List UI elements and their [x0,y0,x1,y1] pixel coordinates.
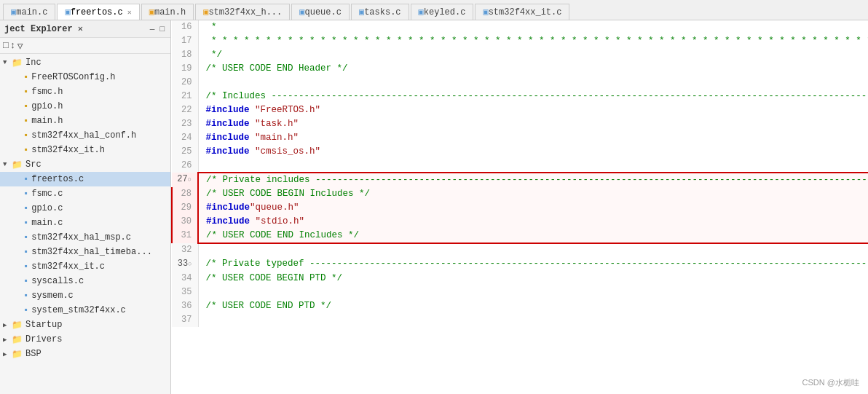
code-content: /* Includes ----------------------------… [198,90,868,103]
tree-item-stm32-hal-timeba[interactable]: ▪ stm32f4xx_hal_timeba... [0,245,170,259]
arrow-drivers: ▶ [3,336,12,344]
code-content [198,76,868,90]
file-icon-stm32-it-c: ▪ [23,261,28,272]
line-number: 32 [172,243,198,257]
sidebar-header: ject Explorer ✕ — □ [0,20,170,38]
line-number: 16 [172,20,198,34]
tree-item-inc[interactable]: ▼ 📁 Inc [0,55,170,70]
sidebar-toolbar: □ ↕ ▽ [0,38,170,54]
file-icon-stm32-hal-conf: ▪ [23,130,28,141]
line-number: 17 [172,34,198,48]
table-row: 16 * [172,20,868,34]
tree-item-gpio-h[interactable]: ▪ gpio.h [0,99,170,114]
sidebar-tree: ▼ 📁 Inc ▪ FreeRTOSConfig.h ▪ fsmc.h ▪ [0,54,170,394]
tab-keyled-c[interactable]: ▣ keyled.c [411,4,474,20]
file-icon-system-stm32: ▪ [23,305,28,315]
table-row: 35 [172,285,868,299]
sidebar-header-icons: — □ [149,24,166,34]
code-table: 16 * 17 * * * * * * * * * * * * * * * * … [171,20,868,327]
table-row: 31 /* USER CODE END Includes */ [172,229,868,243]
tree-label-gpio-h: gpio.h [31,101,63,111]
table-row: 22 #include "FreeRTOS.h" [172,103,868,117]
file-icon-h2: ▣ [203,7,208,17]
file-icon-fsmc-c: ▪ [23,189,28,199]
toolbar-icon-1[interactable]: □ [3,40,9,51]
code-editor[interactable]: 16 * 17 * * * * * * * * * * * * * * * * … [171,20,868,394]
line-number: 27○ [172,173,198,187]
tree-item-sysmem[interactable]: ▪ sysmem.c [0,288,170,303]
code-content: /* USER CODE BEGIN Includes */ [198,187,868,201]
tree-item-system-stm32[interactable]: ▪ system_stm32f4xx.c [0,303,170,318]
code-content: /* USER CODE END PTD */ [198,299,868,313]
tree-item-freertosconfig[interactable]: ▪ FreeRTOSConfig.h [0,70,170,84]
code-content: /* Private typedef ---------------------… [198,257,868,272]
tab-close-icon[interactable]: ✕ [127,8,132,17]
code-content [198,159,868,173]
arrow-bsp: ▶ [3,350,12,358]
tree-item-stm32-it-c[interactable]: ▪ stm32f4xx_it.c [0,259,170,274]
table-row: 28 /* USER CODE BEGIN Includes */ [172,187,868,201]
code-content [198,243,868,257]
line-number: 30 [172,215,198,229]
tree-item-drivers[interactable]: ▶ 📁 Drivers [0,332,170,347]
code-content: */ [198,48,868,62]
line-number: 23 [172,117,198,131]
file-icon-main-c: ▪ [23,218,28,228]
tree-label-bsp: BSP [25,349,42,359]
line-number: 35 [172,285,198,299]
table-row: 18 */ [172,48,868,62]
tab-tasks-c[interactable]: ▣ tasks.c [351,4,409,20]
tree-label-main-h: main.h [31,116,63,126]
code-content: /* USER CODE BEGIN PTD */ [198,272,868,285]
tree-label-src: Src [25,159,42,170]
file-icon-stm32-it-h: ▪ [23,145,28,155]
tree-item-fsmc-h[interactable]: ▪ fsmc.h [0,84,170,99]
tree-item-syscalls[interactable]: ▪ syscalls.c [0,274,170,288]
tree-label-gpio-c: gpio.c [31,203,63,213]
tree-item-bsp[interactable]: ▶ 📁 BSP [0,347,170,361]
tree-item-stm32-hal-msp[interactable]: ▪ stm32f4xx_hal_msp.c [0,230,170,245]
tab-main-c[interactable]: ▣ main.c [3,4,55,20]
tree-item-startup[interactable]: ▶ 📁 Startup [0,318,170,332]
tree-label-stm32-hal-msp: stm32f4xx_hal_msp.c [31,232,131,243]
table-row: 23 #include "task.h" [172,117,868,131]
tree-label-main-c: main.c [31,218,63,228]
tab-stm32f4xx-it-c[interactable]: ▣ stm32f4xx_it.c [475,4,569,20]
sidebar: ject Explorer ✕ — □ □ ↕ ▽ ▼ 📁 Inc ▪ Free… [0,20,171,394]
tree-item-freertos-c[interactable]: ▪ freertos.c [0,172,170,186]
arrow-startup: ▶ [3,321,12,329]
folder-icon-drivers: 📁 [12,334,23,345]
tree-item-stm32-hal-conf[interactable]: ▪ stm32f4xx_hal_conf.h [0,128,170,143]
tree-item-main-h[interactable]: ▪ main.h [0,114,170,128]
table-row: 17 * * * * * * * * * * * * * * * * * * *… [172,34,868,48]
line-number: 29 [172,201,198,215]
code-content: * [198,20,868,34]
tab-stm32f4xx-h[interactable]: ▣ stm32f4xx_h... [195,4,290,20]
restore-icon[interactable]: □ [158,24,166,34]
line-number: 19 [172,62,198,76]
table-row: 21 /* Includes -------------------------… [172,90,868,103]
toolbar-icon-2[interactable]: ↕ [10,40,16,51]
tree-item-fsmc-c[interactable]: ▪ fsmc.c [0,186,170,201]
table-row: 37 [172,313,868,327]
tab-freertos-c[interactable]: ▣ freertos.c ✕ [57,4,139,20]
code-content: #include "FreeRTOS.h" [198,103,868,117]
tab-main-h[interactable]: ▣ main.h [141,4,194,20]
tree-label-stm32-hal-conf: stm32f4xx_hal_conf.h [31,130,136,141]
tree-item-gpio-c[interactable]: ▪ gpio.c [0,201,170,216]
tree-item-src[interactable]: ▼ 📁 Src [0,157,170,172]
code-content: #include "main.h" [198,131,868,145]
line-number: 24 [172,131,198,145]
tree-item-stm32-it-h[interactable]: ▪ stm32f4xx_it.h [0,143,170,157]
minimize-icon[interactable]: — [149,24,157,34]
tree-label-freertos-c: freertos.c [31,174,84,184]
tree-item-main-c[interactable]: ▪ main.c [0,216,170,230]
code-content [198,313,868,327]
table-row: 20 [172,76,868,90]
line-number: 22 [172,103,198,117]
arrow-src: ▼ [3,161,12,168]
code-content: #include "stdio.h" [198,215,868,229]
line-number: 21 [172,90,198,103]
toolbar-icon-3[interactable]: ▽ [17,40,23,52]
tab-queue-c[interactable]: ▣ queue.c [291,4,350,20]
